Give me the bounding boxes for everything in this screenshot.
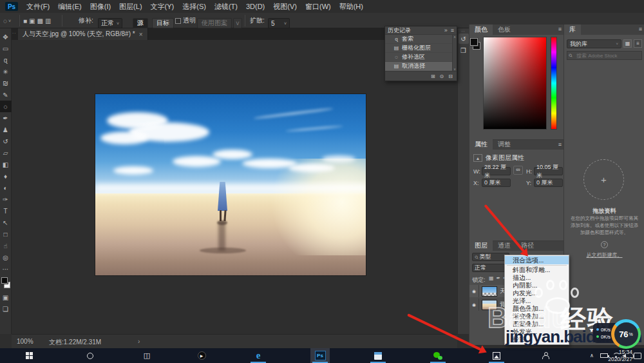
intersect-selection-icon[interactable]: ▥ [45,17,51,25]
photoshop-taskbar-button[interactable]: Ps [310,348,330,363]
color-swatches[interactable] [0,276,12,290]
menu-item-file[interactable]: 文件(F) [26,2,50,12]
width-field[interactable]: 28.22 厘米 [482,167,511,175]
tool-history-brush[interactable]: ↺ [0,135,12,147]
color-saturation-gradient[interactable] [483,37,547,130]
grid-view-icon[interactable]: ▦ [623,39,632,48]
action-center-button[interactable] [634,348,641,363]
list-view-icon[interactable]: ≡ [634,39,642,48]
menu-item-color-overlay[interactable]: 颜色叠加... [505,305,569,313]
delete-state-icon[interactable]: ⊟ [448,74,453,79]
height-field[interactable]: 10.05 厘米 [534,167,563,175]
tab-color[interactable]: 颜色 [469,25,493,35]
people-button[interactable] [542,348,549,363]
menu-item-stroke[interactable]: 描边... [505,274,569,282]
document-tab[interactable]: 人与天空.jpg @ 100% (天空, RGB/8#) * × [18,28,148,40]
menu-item-drop-shadow[interactable]: 投影... [505,336,569,344]
new-library-from-document-link[interactable]: 从文档新建库。 [564,251,644,259]
color-hue-bar[interactable] [551,37,557,130]
menu-item-view[interactable]: 视图(V) [273,2,297,12]
canvas-image[interactable] [95,94,366,275]
new-selection-icon[interactable]: ■ [23,17,27,25]
history-scrollbar[interactable]: ∧ ∨ [452,35,457,71]
battery-percent-badge[interactable]: 76% [611,319,641,349]
menu-item-outer-glow[interactable]: 外发光... [505,328,569,336]
y-field[interactable]: 0 厘米 [534,179,563,187]
tab-channels[interactable]: 通道 [493,240,516,251]
tool-gradient[interactable]: ◧ [0,159,12,170]
tool-pen[interactable]: ✑ [0,193,12,205]
panel-menu-icon[interactable]: ≡ [639,26,642,32]
menu-item-inner-shadow[interactable]: 内阴影... [505,282,569,289]
tool-quick-selection[interactable]: ✳ [0,66,12,77]
tab-libraries[interactable]: 库 [564,25,581,35]
adobe-stock-search-input[interactable] [567,51,642,60]
menu-item-bevel-emboss[interactable]: 斜面和浮雕... [505,266,569,274]
menu-item-edit[interactable]: 编辑(E) [58,2,82,12]
tool-edit-toolbar[interactable]: ⋯ [0,263,12,275]
target-button[interactable]: 目标 [152,18,174,28]
menu-item-layer[interactable]: 图层(L) [119,2,142,12]
tool-preset-picker[interactable]: ◌ ˅ [3,13,11,28]
tool-blur[interactable]: ♦ [0,170,12,182]
menu-item-select[interactable]: 选择(S) [182,2,206,12]
menu-item-inner-glow[interactable]: 内发光... [505,289,569,297]
history-panel-icon[interactable]: ↺ [459,34,469,44]
show-hidden-icons-button[interactable]: ∧ [590,348,594,363]
history-panel-header[interactable]: 历史记录 » ≡ [385,26,457,35]
menu-item-filter[interactable]: 滤镜(T) [214,2,238,12]
transparent-checkbox[interactable] [175,18,181,24]
tool-hand[interactable]: ☝ [0,240,12,251]
menu-item-help[interactable]: 帮助(H) [339,2,363,12]
patch-mode-dropdown[interactable]: 正常 ˅ [98,18,122,28]
tool-lasso[interactable]: ɋ [0,54,12,66]
transparent-checkbox-row[interactable]: 透明 [175,13,196,28]
tool-eraser[interactable]: ▱ [0,147,12,159]
clock[interactable]: 15:342020/2/27 [608,348,632,363]
tool-quick-mask[interactable]: ▣ [0,291,12,303]
add-selection-icon[interactable]: ▣ [29,17,35,25]
menu-item-type[interactable]: 文字(Y) [151,2,175,12]
tool-path-selection[interactable]: ↖ [0,217,12,228]
notes-button[interactable] [367,348,389,363]
menu-item-gradient-overlay[interactable]: 渐变叠加... [505,313,569,320]
menu-item-satin[interactable]: 光泽... [505,297,569,305]
visibility-eye-icon[interactable]: ◉ [469,285,479,297]
new-document-from-state-icon[interactable]: ⊞ [431,74,435,79]
link-dimensions-icon[interactable]: ∞ [513,166,523,175]
history-state-patch[interactable]: ◌ 修补选区 [385,53,457,62]
dock-grip[interactable]: .. [458,28,469,32]
tool-brush[interactable]: ✒ [0,112,12,124]
cortana-button[interactable] [79,348,101,363]
source-button[interactable]: 源 [133,18,148,28]
diffusion-dropdown[interactable]: 5 ˅ [268,18,290,28]
library-select-dropdown[interactable]: 我的库 ˅ [567,39,621,48]
help-icon[interactable]: ? [601,241,608,248]
close-icon[interactable]: × [139,31,143,38]
photos-button[interactable] [486,348,507,363]
color-fg-swatch[interactable] [470,38,478,46]
menu-item-window[interactable]: 窗口(W) [305,2,331,12]
chevron-right-icon[interactable]: › [138,338,140,345]
tool-move[interactable]: ✥ [0,31,12,43]
tab-swatches[interactable]: 色板 [493,25,516,35]
tool-eyedropper[interactable]: ✎ [0,89,12,101]
tab-layers[interactable]: 图层 [469,240,493,251]
drag-drop-target[interactable]: + [583,159,624,200]
foreground-color-swatch[interactable] [1,277,8,284]
task-view-button[interactable]: ◫ [136,348,158,363]
edge-button[interactable]: e [247,348,269,363]
tool-zoom[interactable]: ◎ [0,251,12,263]
tool-dodge[interactable]: ◐ [0,182,12,193]
tool-rectangle[interactable]: □ [0,228,12,240]
zoom-level[interactable]: 100% [17,338,33,345]
tool-type[interactable]: T [0,205,12,217]
history-state-rasterize[interactable]: ▤ 栅格化图层 [385,44,457,53]
start-button[interactable] [18,348,40,363]
x-field[interactable]: 0 厘米 [482,179,511,187]
panel-menu-icon[interactable]: ≡ [451,27,454,34]
tool-screen-mode[interactable]: ❏ [0,303,12,315]
wechat-button[interactable] [427,348,449,363]
menu-item-3d[interactable]: 3D(D) [246,3,265,10]
tool-patch[interactable]: ◌ [0,101,12,112]
